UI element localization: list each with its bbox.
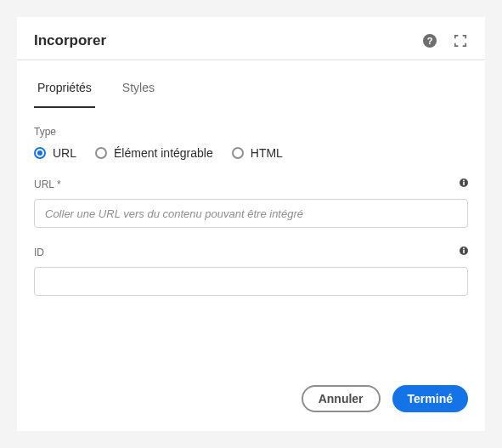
svg-point-7 <box>463 248 465 250</box>
radio-option-url[interactable]: URL <box>34 146 76 160</box>
dialog-header: Incorporer ? <box>17 17 485 60</box>
id-label: ID <box>34 247 468 258</box>
type-field: Type URL Élément intégrable HTML <box>34 126 468 160</box>
embed-dialog: Incorporer ? Propriétés Styles Type URL <box>17 17 485 431</box>
info-icon[interactable] <box>460 175 468 184</box>
id-input[interactable] <box>34 267 468 296</box>
header-actions: ? <box>422 33 468 48</box>
type-label: Type <box>34 126 468 138</box>
info-icon[interactable] <box>460 243 468 252</box>
radio-label-embeddable: Élément intégrable <box>114 146 213 160</box>
radio-option-html[interactable]: HTML <box>232 146 283 160</box>
radio-icon <box>95 147 107 159</box>
svg-text:?: ? <box>427 36 433 46</box>
dialog-content: Type URL Élément intégrable HTML <box>17 109 485 371</box>
svg-point-4 <box>463 180 465 182</box>
url-field-group: URL * <box>34 179 468 228</box>
type-radio-group: URL Élément intégrable HTML <box>34 146 468 160</box>
radio-icon <box>34 147 46 159</box>
svg-rect-3 <box>463 182 465 185</box>
radio-option-embeddable[interactable]: Élément intégrable <box>95 146 213 160</box>
help-icon[interactable]: ? <box>422 33 437 48</box>
svg-rect-6 <box>463 250 465 253</box>
dialog-title: Incorporer <box>34 32 106 49</box>
radio-label-url: URL <box>53 146 76 160</box>
radio-icon <box>232 147 244 159</box>
cancel-button[interactable]: Annuler <box>302 385 381 412</box>
dialog-footer: Annuler Terminé <box>17 371 485 431</box>
fullscreen-icon[interactable] <box>453 33 468 48</box>
tab-styles[interactable]: Styles <box>119 65 158 108</box>
radio-label-html: HTML <box>251 146 283 160</box>
url-input[interactable] <box>34 199 468 228</box>
done-button[interactable]: Terminé <box>392 385 468 412</box>
tab-properties[interactable]: Propriétés <box>34 65 95 108</box>
id-field-group: ID <box>34 247 468 296</box>
url-label: URL * <box>34 179 468 190</box>
tabs: Propriétés Styles <box>17 65 485 109</box>
